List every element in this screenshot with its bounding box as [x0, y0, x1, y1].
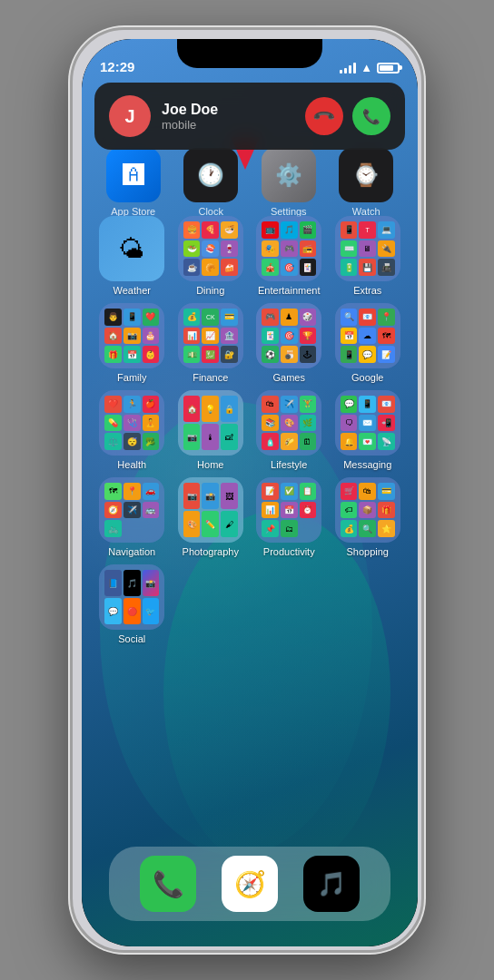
folder-app: 🎵	[281, 221, 298, 239]
app-item-navigation[interactable]: 🗺 📍 🚗 🧭 ✈️ 🚌 🚲 Navigation	[94, 477, 170, 557]
folder-app: 📱	[341, 346, 358, 363]
folder-app: 🌮	[281, 433, 298, 450]
folder-app: 🖌	[221, 511, 238, 537]
folder-app: 🚗	[143, 483, 160, 500]
folder-app: 📠	[378, 259, 395, 276]
app-item-google[interactable]: 🔍 📧 📍 📅 ☁ 🗺 📱 💬 📝 Google	[331, 303, 406, 383]
app-item-family[interactable]: 👨 📱 ❤️ 🏠 📸 🎂 🎁 📅 👶 Family	[94, 303, 170, 383]
mute-button[interactable]	[70, 175, 73, 207]
dock: 📞 🧭 🎵	[109, 847, 390, 921]
caller-name: Joe Doe	[162, 102, 305, 118]
app-label-weather: Weather	[114, 285, 151, 296]
app-label-social: Social	[118, 633, 145, 644]
app-item-watch[interactable]: ⌚ Watch	[339, 148, 393, 217]
folder-app: 🏋	[300, 396, 317, 413]
folder-app: 🎨	[281, 415, 298, 432]
volume-up-button[interactable]	[70, 220, 73, 270]
folder-app: 🏦	[221, 328, 238, 345]
app-icon-messaging: 💬 📱 📧 🗨 ✉️ 📲 🔔 💌 📡	[335, 390, 400, 456]
status-icons: ▲	[340, 61, 400, 74]
folder-app: 📊	[183, 328, 201, 345]
app-item-weather[interactable]: 🌤 Weather	[94, 216, 170, 296]
app-item-photography[interactable]: 📷 📸 🖼 🎨 ✏️ 🖌 Photography	[173, 477, 249, 557]
folder-app: 📧	[378, 396, 395, 413]
folder-app: 📊	[262, 502, 279, 519]
folder-app: ⏰	[300, 502, 317, 519]
folder-app: 👶	[143, 346, 160, 363]
folder-app: 🛍	[359, 483, 376, 500]
folder-app: 💻	[378, 221, 395, 239]
folder-app: 📚	[262, 415, 279, 432]
folder-app: 💬	[341, 396, 358, 413]
folder-app: ⚖️	[104, 433, 122, 450]
app-item-home[interactable]: 🏠 💡 🔒 📷 🌡 🛋 Home	[173, 390, 249, 470]
dock-phone-button[interactable]: 📞	[140, 856, 196, 912]
folder-app: 💳	[221, 309, 238, 326]
folder-app: 🏠	[183, 396, 201, 422]
accept-call-button[interactable]: 📞	[352, 97, 390, 135]
folder-app: 🔐	[221, 346, 238, 363]
folder-app: 🚌	[143, 502, 160, 519]
folder-app: 🍷	[221, 240, 238, 258]
folder-app: 🎁	[104, 346, 122, 363]
decline-call-button[interactable]: 📞	[305, 97, 343, 135]
app-item-lifestyle[interactable]: 🛍 ✈️ 🏋 📚 🎨 🌿 🧴 🌮 🗓 Lifestyle	[252, 390, 327, 470]
folder-app: 💌	[359, 433, 376, 450]
app-label-home: Home	[197, 459, 223, 470]
app-label-extras: Extras	[353, 285, 381, 296]
app-item-appstore[interactable]: 🅰 App Store	[106, 148, 161, 217]
folder-app: 💡	[202, 396, 219, 422]
folder-app: 🎮	[281, 240, 298, 258]
call-notification[interactable]: J Joe Doe mobile 📞 📞	[94, 83, 405, 150]
status-time: 12:29	[100, 59, 134, 74]
folder-app: ✏️	[202, 511, 219, 537]
app-label-family: Family	[117, 372, 146, 383]
folder-app: 🥗	[183, 240, 201, 258]
app-icon-social: 📘 🎵 📸 💬 🔴 🐦	[99, 564, 164, 630]
folder-app: 🎲	[300, 309, 317, 326]
volume-down-button[interactable]	[70, 284, 73, 334]
app-item-shopping[interactable]: 🛒 🛍 💳 🏷 📦 🎁 💰 🔍 ⭐ Shopping	[331, 477, 406, 557]
folder-app: 📋	[300, 483, 317, 500]
app-icon-extras: 📱 T 💻 ⌨️ 🖥 🔌 🔋 💾 📠	[335, 216, 400, 281]
app-icon-watch: ⌚	[339, 148, 393, 202]
app-item-messaging[interactable]: 💬 📱 📧 🗨 ✉️ 📲 🔔 💌 📡 Messaging	[331, 390, 406, 470]
app-icon-weather: 🌤	[99, 216, 164, 281]
app-item-entertainment[interactable]: 📺 🎵 🎬 🎭 🎮 📻 🎪 🎯 🃏 Entertainment	[252, 216, 327, 296]
folder-app: 🎁	[378, 502, 395, 519]
app-label-productivity: Productivity	[263, 546, 315, 557]
folder-app: ✈️	[281, 396, 298, 413]
dock-spotify-button[interactable]: 🎵	[303, 856, 360, 912]
folder-app: 💬	[359, 346, 376, 363]
app-item-health[interactable]: ❤️ 🏃 🍎 💊 🩺 🧘 ⚖️ 😴 🥦 Health	[94, 390, 170, 470]
app-item-settings[interactable]: ⚙️ Settings	[262, 148, 316, 217]
app-item-finance[interactable]: 💰 CK 💳 📊 📈 🏦 💵 💹 🔐 Finance	[173, 303, 249, 383]
app-icon-google: 🔍 📧 📍 📅 ☁ 🗺 📱 💬 📝	[335, 303, 400, 368]
app-item-dining[interactable]: 🍔 🍕 🍜 🥗 🍣 🍷 ☕ 🥐 🍰 Dining	[173, 216, 249, 296]
app-label-games: Games	[273, 372, 305, 383]
folder-app: 🐦	[143, 598, 160, 624]
folder-app: 📈	[202, 328, 219, 345]
signal-bar-2	[344, 68, 347, 74]
folder-app: 📷	[183, 424, 201, 450]
app-item-productivity[interactable]: 📝 ✅ 📋 📊 📅 ⏰ 📌 🗂 Productivity	[252, 477, 327, 557]
folder-app: 🏷	[341, 502, 358, 519]
app-item-extras[interactable]: 📱 T 💻 ⌨️ 🖥 🔌 🔋 💾 📠 Extras	[331, 216, 406, 296]
folder-app: 📘	[104, 570, 122, 596]
screen: 12:29 ▲ J	[82, 39, 418, 946]
folder-app: 💳	[378, 483, 395, 500]
wifi-icon: ▲	[361, 61, 372, 74]
folder-app: 🎬	[300, 221, 317, 239]
folder-app: 🗺	[104, 483, 122, 500]
dock-safari-button[interactable]: 🧭	[222, 856, 278, 912]
folder-app: 🏃	[124, 396, 141, 413]
folder-app: 🕹	[300, 346, 317, 363]
app-item-games[interactable]: 🎮 ♟ 🎲 🃏 🎯 🏆 ⚽ 🎳 🕹 Games	[252, 303, 327, 383]
folder-app: 🎂	[143, 328, 160, 345]
app-item-social[interactable]: 📘 🎵 📸 💬 🔴 🐦 Social	[94, 564, 170, 644]
power-button[interactable]	[421, 211, 424, 275]
folder-app: 💵	[183, 346, 201, 363]
folder-app: 📅	[124, 346, 141, 363]
folder-app: ☁	[359, 328, 376, 345]
spotify-icon: 🎵	[317, 870, 346, 898]
